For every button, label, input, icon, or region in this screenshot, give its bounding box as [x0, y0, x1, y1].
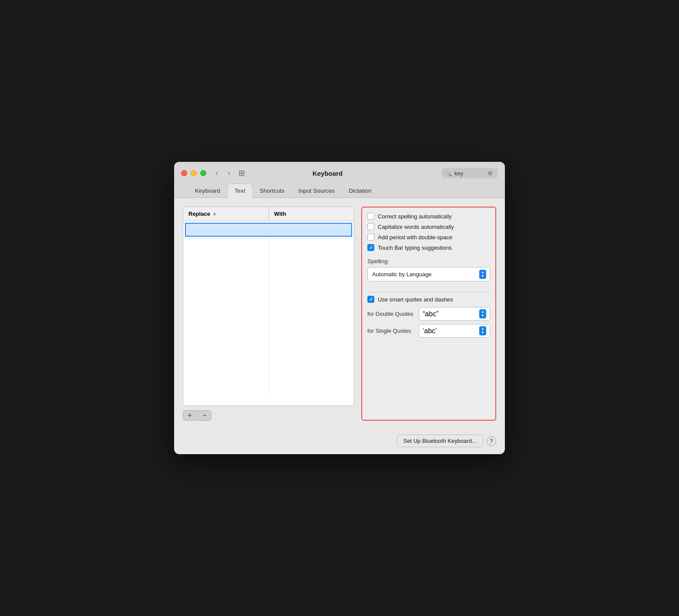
tab-bar: Keyboard Text Shortcuts Input Sources Di…: [181, 184, 498, 198]
touchbar-suggestions-checkbox[interactable]: [367, 244, 374, 251]
selected-cell-replace[interactable]: [186, 224, 269, 236]
sort-arrow-icon: ∧: [213, 211, 216, 216]
sq-down-arrow: ▼: [481, 331, 484, 335]
selected-cell-with[interactable]: [269, 224, 352, 236]
single-quotes-label: for Single Quotes: [367, 328, 415, 334]
divider: [367, 292, 490, 292]
search-icon: 🔍: [445, 170, 452, 177]
single-quotes-select[interactable]: ‘abc’ ▲ ▼: [419, 324, 490, 338]
tab-shortcuts[interactable]: Shortcuts: [253, 184, 292, 198]
add-period-label: Add period with double-space: [378, 234, 452, 241]
spelling-select-value: Automatic by Language: [372, 271, 432, 278]
tab-dictation[interactable]: Dictation: [342, 184, 379, 198]
correct-spelling-row: Correct spelling automatically: [367, 213, 490, 220]
selected-row[interactable]: [185, 223, 352, 237]
search-input[interactable]: [454, 170, 485, 177]
empty-rows: [183, 238, 354, 395]
smart-quotes-row: Use smart quotes and dashes: [367, 296, 490, 303]
titlebar: ‹ › ⊞ Keyboard 🔍 ⊗ Keyboard Text Shortcu…: [174, 162, 505, 198]
double-quotes-value: “abc”: [423, 310, 438, 318]
tab-text[interactable]: Text: [227, 184, 253, 198]
tab-input-sources[interactable]: Input Sources: [292, 184, 342, 198]
setup-bluetooth-button[interactable]: Set Up Bluetooth Keyboard...: [397, 435, 483, 447]
double-quotes-label: for Double Quotes: [367, 311, 415, 317]
tab-keyboard[interactable]: Keyboard: [188, 184, 227, 198]
col-replace-label: Replace: [188, 211, 210, 217]
table-header: Replace ∧ With: [183, 207, 354, 221]
window-title: Keyboard: [214, 170, 441, 177]
close-button[interactable]: [181, 170, 187, 176]
spelling-select-arrows: ▲ ▼: [479, 270, 486, 279]
up-arrow-icon: ▲: [481, 271, 484, 274]
single-quotes-arrows: ▲ ▼: [479, 326, 486, 335]
content-area: Replace ∧ With: [174, 198, 505, 429]
remove-row-button[interactable]: −: [198, 410, 212, 421]
right-panel: Correct spelling automatically Capitaliz…: [361, 207, 496, 421]
spelling-label: Spelling:: [367, 258, 490, 264]
double-quotes-arrows: ▲ ▼: [479, 309, 486, 318]
add-row-button[interactable]: +: [183, 410, 197, 421]
capitalize-words-row: Capitalize words automatically: [367, 223, 490, 230]
minimize-button[interactable]: [191, 170, 197, 176]
smart-quotes-checkbox[interactable]: [367, 296, 374, 303]
correct-spelling-checkbox[interactable]: [367, 213, 374, 220]
replacement-table: Replace ∧ With: [183, 207, 354, 406]
smart-quotes-label: Use smart quotes and dashes: [378, 296, 453, 303]
table-buttons: + −: [183, 410, 354, 421]
search-clear-button[interactable]: ⊗: [487, 170, 493, 177]
traffic-lights: [181, 170, 206, 176]
help-button[interactable]: ?: [487, 436, 496, 446]
add-period-checkbox[interactable]: [367, 234, 374, 241]
single-quotes-value: ‘abc’: [423, 327, 437, 335]
single-quotes-row: for Single Quotes ‘abc’ ▲ ▼: [367, 324, 490, 338]
capitalize-words-checkbox[interactable]: [367, 223, 374, 230]
col-with-header: With: [269, 207, 354, 221]
left-panel: Replace ∧ With: [183, 207, 354, 421]
add-period-row: Add period with double-space: [367, 234, 490, 241]
sq-up-arrow: ▲: [481, 327, 484, 331]
col-with-label: With: [274, 211, 286, 217]
table-body: [183, 223, 354, 405]
touchbar-suggestions-label: Touch Bar typing suggestions: [378, 244, 452, 251]
keyboard-window: ‹ › ⊞ Keyboard 🔍 ⊗ Keyboard Text Shortcu…: [174, 162, 505, 454]
correct-spelling-label: Correct spelling automatically: [378, 213, 452, 220]
down-arrow-icon: ▼: [481, 275, 484, 278]
maximize-button[interactable]: [200, 170, 206, 176]
dq-up-arrow: ▲: [481, 310, 484, 314]
col-replace-header: Replace ∧: [183, 207, 269, 221]
capitalize-words-label: Capitalize words automatically: [378, 224, 454, 230]
search-bar: 🔍 ⊗: [441, 168, 498, 178]
touchbar-suggestions-row: Touch Bar typing suggestions: [367, 244, 490, 251]
double-quotes-select[interactable]: “abc” ▲ ▼: [419, 307, 490, 321]
smart-quotes-section: Use smart quotes and dashes for Double Q…: [367, 296, 490, 341]
double-quotes-row: for Double Quotes “abc” ▲ ▼: [367, 307, 490, 321]
bottom-bar: Set Up Bluetooth Keyboard... ?: [174, 429, 505, 454]
spelling-section: Spelling: Automatic by Language ▲ ▼: [367, 258, 490, 281]
dq-down-arrow: ▼: [481, 314, 484, 318]
spelling-select[interactable]: Automatic by Language ▲ ▼: [367, 267, 490, 281]
